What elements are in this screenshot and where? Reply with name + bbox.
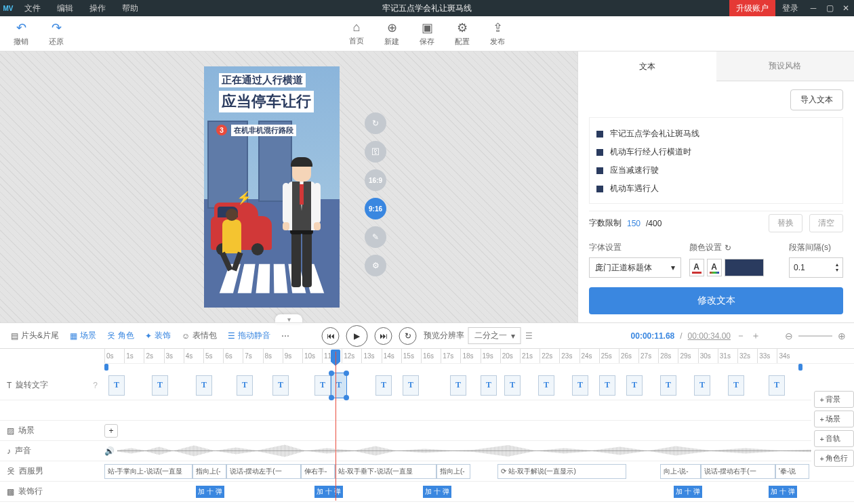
range-start-handle[interactable] [104, 364, 108, 371]
text-clip[interactable]: T [481, 375, 497, 396]
action-clip[interactable]: 伸右手- [301, 464, 335, 479]
tab-preset[interactable]: 预设风格 [716, 51, 855, 81]
canvas-text-3[interactable]: 在机非机混行路段 [231, 125, 296, 136]
intro-outro-button[interactable]: ▤片头&片尾 [7, 327, 63, 344]
action-clip[interactable]: 站-手掌向上-说话(一直显 [104, 464, 192, 479]
layers-icon[interactable]: ☰ [525, 331, 533, 341]
more-icon[interactable]: ⋯ [277, 329, 293, 343]
time-ruler[interactable]: 0s1s2s3s4s5s6s7s8s9s10s11s12s13s14s15s16… [104, 349, 854, 364]
range-end-handle[interactable] [798, 364, 802, 371]
gap-input[interactable]: 0.1▴▾ [789, 257, 843, 278]
list-item[interactable]: 应当减速行驶 [596, 161, 836, 180]
action-clip[interactable]: ⟳ 站-双手解说(一直显示) [497, 464, 626, 479]
text-clip[interactable]: T [504, 375, 521, 396]
action-clip[interactable]: 说话-摆动左手(一 [226, 464, 301, 479]
action-clip[interactable]: 指向上(- [192, 464, 226, 479]
zoom-out-icon[interactable]: ⊖ [785, 331, 793, 341]
add-bg-button[interactable]: + 背景 [814, 391, 854, 408]
text-clip[interactable]: T [314, 375, 331, 396]
canvas-text-2[interactable]: 应当停车让行 [219, 91, 314, 112]
home-button[interactable]: ⌂首页 [349, 20, 364, 47]
volume-icon[interactable]: 🔊 [104, 446, 115, 456]
text-clip[interactable]: T [237, 375, 253, 396]
play-button[interactable]: ▶ [346, 325, 368, 347]
list-item[interactable]: 牢记五点学会礼让斑马线 [596, 125, 836, 143]
text-clip[interactable]: T [403, 375, 419, 396]
add-audio-track-button[interactable]: + 音轨 [814, 430, 854, 447]
new-button[interactable]: ⊕新建 [384, 20, 399, 47]
emoji-button[interactable]: ☺表情包 [178, 327, 221, 344]
scene-button[interactable]: ▦场景 [66, 327, 100, 344]
deco-clip[interactable]: 加 十 弹 [674, 486, 702, 498]
next-button[interactable]: ⏭ [375, 327, 392, 345]
replace-button[interactable]: 替换 [769, 214, 802, 232]
text-clip[interactable]: T [375, 375, 392, 396]
text-clip[interactable]: T [331, 373, 347, 398]
ratio-16-9-button[interactable]: 16:9 [365, 169, 386, 191]
text-clip[interactable]: T [599, 375, 615, 396]
menu-edit[interactable]: 编辑 [49, 0, 81, 16]
text-clip[interactable]: T [272, 375, 289, 396]
canvas-text-1[interactable]: 正在通过人行横道 [219, 73, 306, 87]
text-list[interactable]: 牢记五点学会礼让斑马线 机动车行经人行横道时 应当减速行驶 机动车遇行人 [589, 117, 843, 204]
text-clip[interactable]: T [108, 375, 125, 396]
menu-file[interactable]: 文件 [16, 0, 49, 16]
tab-text[interactable]: 文本 [578, 51, 716, 81]
prev-button[interactable]: ⏮ [322, 327, 340, 345]
presenter-character[interactable] [281, 160, 322, 295]
text-clip[interactable]: T [450, 375, 466, 396]
text-clip[interactable]: T [538, 375, 554, 396]
apply-text-button[interactable]: 修改文本 [589, 287, 843, 314]
time-total[interactable]: 00:00:34.00 [688, 331, 731, 341]
upgrade-button[interactable]: 升级账户 [729, 0, 775, 16]
audio-waveform[interactable] [117, 444, 815, 458]
text-clip[interactable]: T [728, 375, 744, 396]
text-bg-button[interactable]: A [707, 259, 722, 276]
color-swatch[interactable] [725, 259, 764, 276]
menu-action[interactable]: 操作 [81, 0, 114, 16]
import-text-button[interactable]: 导入文本 [790, 89, 843, 110]
playhead[interactable] [336, 349, 336, 504]
text-clip[interactable]: T [152, 375, 168, 396]
decorate-button[interactable]: ✦装饰 [141, 327, 175, 344]
plus-icon[interactable]: ＋ [751, 330, 760, 342]
text-clip[interactable]: T [660, 375, 676, 396]
action-clip[interactable]: 向上-说- [660, 464, 701, 479]
minus-icon[interactable]: － [736, 330, 746, 342]
lock-icon[interactable]: ⚿ [365, 141, 386, 163]
save-button[interactable]: ▣保存 [420, 20, 434, 47]
mute-drag-button[interactable]: ☰拖动静音 [224, 327, 274, 344]
help-icon[interactable]: ? [93, 381, 98, 390]
text-clip[interactable]: T [694, 375, 710, 396]
action-clip[interactable]: 说话-摆动右手(一 [701, 464, 775, 479]
maximize-icon[interactable]: ▢ [821, 0, 838, 16]
deco-clip[interactable]: 加 十 弹 [314, 486, 343, 498]
ratio-9-16-button[interactable]: 9:16 [365, 198, 386, 219]
add-scene-button[interactable]: + [104, 424, 118, 438]
deco-clip[interactable]: 加 十 弹 [423, 486, 451, 498]
settings-icon[interactable]: ⚙ [365, 255, 386, 276]
deco-clip[interactable]: 加 十 弹 [769, 486, 797, 498]
zoom-in-icon[interactable]: ⊕ [838, 331, 846, 341]
action-clip[interactable]: 指向上(- [436, 464, 470, 479]
redo-button[interactable]: ↷还原 [49, 20, 64, 47]
list-item[interactable]: 机动车行经人行横道时 [596, 143, 836, 161]
text-clip[interactable]: T [626, 375, 643, 396]
preview-res-select[interactable]: 二分之一▾ [468, 327, 521, 344]
action-clip[interactable]: '拳-说 [775, 464, 809, 479]
login-button[interactable]: 登录 [775, 0, 805, 16]
character-button[interactable]: 옷角色 [103, 327, 138, 344]
add-char-track-button[interactable]: + 角色行 [814, 450, 854, 467]
action-clip[interactable]: 站-双手垂下-说话(一直显 [335, 464, 436, 479]
minimize-icon[interactable]: ─ [805, 0, 821, 16]
reset-icon[interactable]: ↻ [725, 243, 731, 253]
text-clip[interactable]: T [769, 375, 785, 396]
font-select[interactable]: 庞门正道标题体▾ [589, 257, 681, 278]
deco-clip[interactable]: 加 十 弹 [196, 486, 224, 498]
text-clip[interactable]: T [572, 375, 588, 396]
publish-button[interactable]: ⇪发布 [490, 20, 505, 47]
refresh-icon[interactable]: ↻ [365, 112, 386, 134]
close-icon[interactable]: ✕ [838, 0, 854, 16]
edit-icon[interactable]: ✎ [365, 226, 386, 248]
list-item[interactable]: 机动车遇行人 [596, 180, 836, 198]
